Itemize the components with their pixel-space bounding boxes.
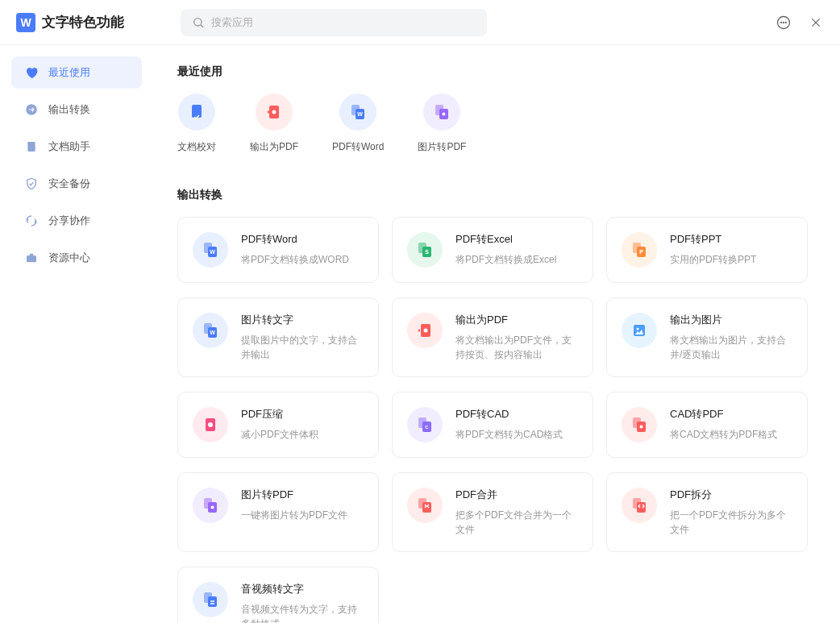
svg-point-20 xyxy=(443,113,446,116)
card-av-text[interactable]: 音视频转文字 音视频文件转为文字，支持多种格式 xyxy=(177,567,379,623)
export-pdf-icon xyxy=(407,313,443,348)
card-desc: 把多个PDF文件合并为一个文件 xyxy=(455,508,578,537)
card-export-pdf[interactable]: 输出为PDF 将文档输出为PDF文件，支持按页、按内容输出 xyxy=(392,297,593,377)
search-input[interactable] xyxy=(211,16,476,28)
recent-item-export-pdf[interactable]: 输出为PDF xyxy=(250,93,298,154)
card-title: 输出为PDF xyxy=(455,313,578,327)
pdf-word-icon: W xyxy=(193,232,228,268)
sidebar-item-label: 资源中心 xyxy=(48,251,90,265)
svg-point-47 xyxy=(211,506,214,509)
header: W 文字特色功能 xyxy=(0,0,840,45)
recent-item-img-pdf[interactable]: 图片转PDF xyxy=(418,93,466,154)
book-icon xyxy=(24,139,39,154)
card-pdf-compress[interactable]: PDF压缩 减小PDF文件体积 xyxy=(177,392,379,458)
sidebar-item-docs[interactable]: 文档助手 xyxy=(11,131,142,163)
audio-text-icon xyxy=(193,582,228,617)
card-desc: 实用的PDF转换PPT xyxy=(670,252,792,267)
card-title: PDF转Excel xyxy=(455,232,578,247)
card-pdf-merge[interactable]: PDF合并 把多个PDF文件合并为一个文件 xyxy=(392,472,593,552)
sidebar-item-output[interactable]: 输出转换 xyxy=(11,93,142,126)
svg-rect-9 xyxy=(27,142,35,152)
sidebar: 最近使用 输出转换 文档助手 安全备份 分享协作 资源中心 xyxy=(0,45,153,623)
svg-point-38 xyxy=(208,422,213,427)
recent-item-pdf-word[interactable]: W PDF转Word xyxy=(332,93,384,154)
card-pdf-cad[interactable]: C PDF转CAD 将PDF文档转为CAD格式 xyxy=(392,392,593,458)
svg-point-36 xyxy=(637,328,639,330)
card-title: PDF转PPT xyxy=(670,232,792,247)
image-pdf-icon xyxy=(193,488,228,523)
card-img-text[interactable]: W 图片转文字 提取图片中的文字，支持合并输出 xyxy=(177,297,379,377)
sidebar-item-label: 最近使用 xyxy=(48,65,90,80)
share-icon xyxy=(24,214,39,228)
svg-text:S: S xyxy=(425,249,429,255)
card-desc: 提取图片中的文字，支持合并输出 xyxy=(241,333,364,362)
pdf-compress-icon xyxy=(193,407,228,442)
sidebar-item-resources[interactable]: 资源中心 xyxy=(11,242,142,274)
card-desc: 将PDF文档转换成Excel xyxy=(455,252,578,267)
card-img-pdf[interactable]: 图片转PDF 一键将图片转为PDF文件 xyxy=(177,472,379,552)
feedback-icon[interactable] xyxy=(776,15,792,31)
image-pdf-icon xyxy=(423,93,460,131)
svg-point-0 xyxy=(194,18,202,25)
recent-label: 文档校对 xyxy=(177,140,216,154)
svg-point-5 xyxy=(785,22,786,23)
svg-point-34 xyxy=(424,329,428,333)
pdf-word-icon: W xyxy=(339,93,376,131)
card-export-image[interactable]: 输出为图片 将文档输出为图片，支持合并/逐页输出 xyxy=(606,297,808,377)
card-desc: 减小PDF文件体积 xyxy=(241,427,364,442)
card-title: CAD转PDF xyxy=(670,407,792,422)
sidebar-item-label: 分享协作 xyxy=(48,214,90,228)
card-pdf-split[interactable]: PDF拆分 把一个PDF文件拆分为多个文件 xyxy=(606,472,808,552)
recent-item-proofread[interactable]: 文档校对 xyxy=(177,93,216,154)
svg-point-44 xyxy=(640,426,643,429)
section-title-recent: 最近使用 xyxy=(177,64,821,79)
card-desc: 将CAD文档转为PDF格式 xyxy=(670,427,792,442)
card-title: 输出为图片 xyxy=(670,313,792,327)
sidebar-item-backup[interactable]: 安全备份 xyxy=(11,168,142,200)
card-desc: 将PDF文档转为CAD格式 xyxy=(455,427,578,442)
app-title: 文字特色功能 xyxy=(42,13,124,31)
card-title: PDF合并 xyxy=(455,488,578,502)
card-pdf-ppt[interactable]: P PDF转PPT 实用的PDF转换PPT xyxy=(606,217,808,283)
sidebar-item-label: 输出转换 xyxy=(48,102,90,117)
card-desc: 将文档输出为图片，支持合并/逐页输出 xyxy=(670,333,792,362)
sidebar-item-share[interactable]: 分享协作 xyxy=(11,205,142,237)
svg-line-1 xyxy=(201,24,203,27)
recent-row: 文档校对 输出为PDF W PDF转Word 图片转PDF xyxy=(177,93,821,154)
convert-icon xyxy=(24,102,39,117)
card-title: 图片转文字 xyxy=(241,313,364,327)
heart-icon xyxy=(24,65,39,80)
card-pdf-excel[interactable]: S PDF转Excel 将PDF文档转换成Excel xyxy=(392,217,593,283)
svg-rect-49 xyxy=(422,502,431,513)
search-box[interactable] xyxy=(181,9,487,36)
main-content: 最近使用 文档校对 输出为PDF W PDF转Word 图片转PDF 输出转换 … xyxy=(153,45,840,623)
export-image-icon xyxy=(622,313,657,348)
svg-rect-51 xyxy=(637,502,646,513)
briefcase-icon xyxy=(24,251,39,265)
sidebar-item-recent[interactable]: 最近使用 xyxy=(11,56,142,89)
svg-text:P: P xyxy=(639,249,643,255)
sidebar-item-label: 安全备份 xyxy=(48,177,90,191)
pdf-split-icon xyxy=(622,488,657,523)
pdf-export-icon xyxy=(256,93,293,131)
svg-rect-12 xyxy=(192,105,202,118)
svg-text:W: W xyxy=(357,111,363,117)
card-desc: 将文档输出为PDF文件，支持按页、按内容输出 xyxy=(455,333,578,362)
document-check-icon xyxy=(178,93,215,131)
card-desc: 把一个PDF文件拆分为多个文件 xyxy=(670,508,792,537)
svg-text:W: W xyxy=(210,249,215,255)
close-icon[interactable] xyxy=(808,15,824,31)
svg-rect-11 xyxy=(30,254,34,255)
recent-label: 图片转PDF xyxy=(418,140,466,154)
pdf-cad-icon: C xyxy=(407,407,443,442)
card-desc: 将PDF文档转换成WORD xyxy=(241,252,364,267)
logo-icon: W xyxy=(16,13,35,32)
svg-text:C: C xyxy=(425,425,429,430)
svg-text:W: W xyxy=(210,330,215,335)
card-pdf-word[interactable]: W PDF转Word 将PDF文档转换成WORD xyxy=(177,217,379,283)
card-desc: 一键将图片转为PDF文件 xyxy=(241,508,364,522)
card-grid: W PDF转Word 将PDF文档转换成WORD S PDF转Excel 将PD… xyxy=(177,217,821,623)
card-title: PDF转CAD xyxy=(455,407,578,422)
card-cad-pdf[interactable]: CAD转PDF 将CAD文档转为PDF格式 xyxy=(606,392,808,458)
svg-point-3 xyxy=(781,22,782,23)
